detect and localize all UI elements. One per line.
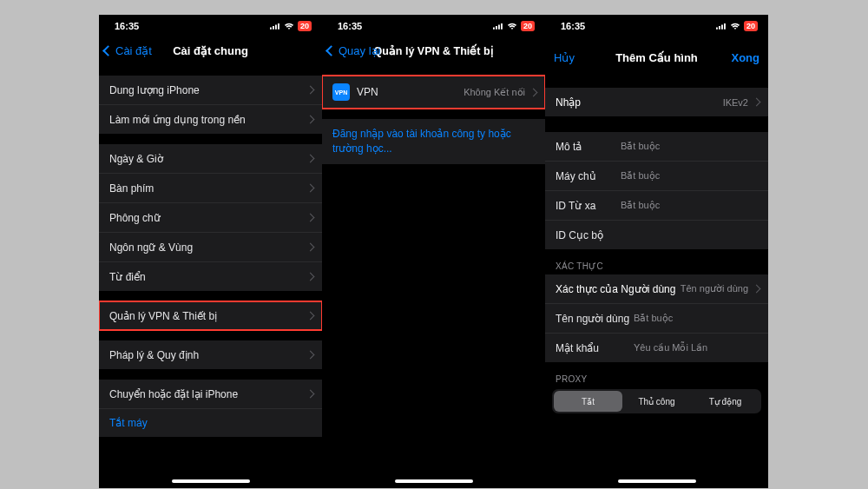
chevron-right-icon (306, 390, 315, 399)
svg-rect-7 (501, 23, 503, 30)
row-keyboard[interactable]: Bàn phím (99, 173, 322, 202)
row-iphone-storage[interactable]: Dung lượng iPhone (99, 76, 322, 104)
field-remote-id[interactable]: ID Từ xaBắt buộc (545, 190, 768, 220)
back-button[interactable]: Cài đặt (104, 44, 152, 57)
chevron-right-icon (306, 351, 315, 360)
proxy-segmented-control[interactable]: Tắt Thủ công Tự động (552, 389, 761, 413)
status-time: 16:35 (561, 21, 585, 31)
row-signin-work-school[interactable]: Đăng nhập vào tài khoản công ty hoặc trư… (322, 119, 545, 164)
phone-add-configuration: 16:35 20 Hủy Thêm Cấu hình Xong Nhập IKE… (545, 15, 768, 488)
row-language-region[interactable]: Ngôn ngữ & Vùng (99, 232, 322, 261)
field-description[interactable]: Mô tảBắt buộc (545, 132, 768, 161)
row-background-refresh[interactable]: Làm mới ứng dụng trong nền (99, 104, 322, 134)
status-time: 16:35 (338, 21, 362, 31)
chevron-right-icon (306, 86, 315, 95)
vpn-icon: VPN (332, 83, 350, 101)
wifi-icon (730, 23, 740, 30)
status-icons: 20 (270, 21, 312, 31)
svg-rect-3 (278, 23, 279, 30)
phone-vpn-management: 16:35 20 Quay lại Quản lý VPN & Thiết bị (322, 15, 545, 488)
wifi-icon (284, 23, 294, 30)
battery-icon: 20 (744, 21, 758, 31)
back-label: Quay lại (339, 44, 380, 57)
chevron-right-icon (306, 312, 315, 320)
field-server[interactable]: Máy chủBắt buộc (545, 161, 768, 190)
chevron-right-icon (306, 243, 315, 252)
section-proxy-header: PROXY (545, 362, 768, 387)
battery-icon: 20 (298, 21, 312, 31)
home-indicator[interactable] (618, 479, 696, 483)
chevron-right-icon (306, 155, 315, 163)
signal-icon (716, 23, 727, 30)
home-indicator[interactable] (395, 479, 473, 483)
battery-icon: 20 (521, 21, 535, 31)
row-vpn-device-management[interactable]: Quản lý VPN & Thiết bị (99, 301, 322, 330)
field-local-id[interactable]: ID Cục bộ (545, 220, 768, 249)
wifi-icon (507, 23, 517, 30)
chevron-right-icon (306, 214, 315, 222)
chevron-right-icon (529, 88, 538, 96)
proxy-auto[interactable]: Tự động (691, 391, 760, 412)
svg-rect-4 (493, 28, 495, 30)
svg-rect-8 (716, 28, 718, 30)
back-label: Cài đặt (115, 44, 152, 57)
status-time: 16:35 (115, 21, 139, 31)
proxy-off[interactable]: Tắt (554, 391, 622, 412)
chevron-right-icon (753, 285, 761, 294)
svg-rect-9 (719, 26, 720, 30)
nav-bar: Cài đặt Cài đặt chung (99, 37, 322, 63)
row-type[interactable]: Nhập IKEv2 (545, 88, 768, 116)
svg-rect-2 (275, 25, 277, 30)
svg-rect-1 (273, 26, 274, 30)
signal-icon (493, 23, 503, 30)
proxy-manual[interactable]: Thủ công (622, 391, 691, 412)
svg-rect-5 (496, 26, 497, 30)
svg-rect-10 (721, 25, 723, 30)
chevron-right-icon (306, 116, 315, 124)
row-date-time[interactable]: Ngày & Giờ (99, 144, 322, 173)
chevron-right-icon (306, 273, 315, 281)
page-title: Cài đặt chung (173, 44, 248, 57)
field-password[interactable]: Mật khẩuYêu cầu Mỗi Lần (545, 333, 768, 362)
section-auth-header: XÁC THỰC (545, 249, 768, 274)
status-bar: 16:35 20 (99, 15, 322, 37)
status-icons: 20 (493, 21, 535, 31)
status-bar: 16:35 20 (322, 15, 545, 37)
row-transfer-reset[interactable]: Chuyển hoặc đặt lại iPhone (99, 380, 322, 408)
svg-rect-6 (498, 25, 500, 30)
chevron-left-icon (326, 45, 337, 56)
status-icons: 20 (716, 21, 758, 31)
field-username[interactable]: Tên người dùngBắt buộc (545, 303, 768, 333)
chevron-right-icon (306, 184, 315, 193)
row-dictionary[interactable]: Từ điển (99, 261, 322, 291)
nav-bar: Hủy Thêm Cấu hình Xong (545, 44, 768, 70)
row-vpn[interactable]: VPN VPN Không Kết nối (322, 76, 545, 109)
svg-rect-11 (724, 23, 726, 30)
done-button[interactable]: Xong (732, 51, 760, 64)
svg-rect-0 (270, 28, 272, 30)
phone-settings-general: 16:35 20 Cài đặt Cài đặt chung Dung lượn… (99, 15, 322, 488)
row-fonts[interactable]: Phông chữ (99, 202, 322, 232)
row-legal-regulatory[interactable]: Pháp lý & Quy định (99, 340, 322, 369)
nav-bar: Quay lại Quản lý VPN & Thiết bị (322, 37, 545, 63)
chevron-left-icon (102, 45, 114, 56)
row-user-auth[interactable]: Xác thực của Người dùng Tên người dùng (545, 274, 768, 303)
row-shutdown[interactable]: Tắt máy (99, 408, 322, 437)
page-title: Quản lý VPN & Thiết bị (373, 44, 493, 57)
page-title: Thêm Cấu hình (615, 51, 698, 64)
signal-icon (270, 23, 280, 30)
chevron-right-icon (753, 98, 761, 107)
home-indicator[interactable] (172, 479, 250, 483)
back-button[interactable]: Quay lại (327, 44, 380, 57)
status-bar: 16:35 20 (545, 15, 768, 37)
cancel-button[interactable]: Hủy (554, 51, 575, 64)
